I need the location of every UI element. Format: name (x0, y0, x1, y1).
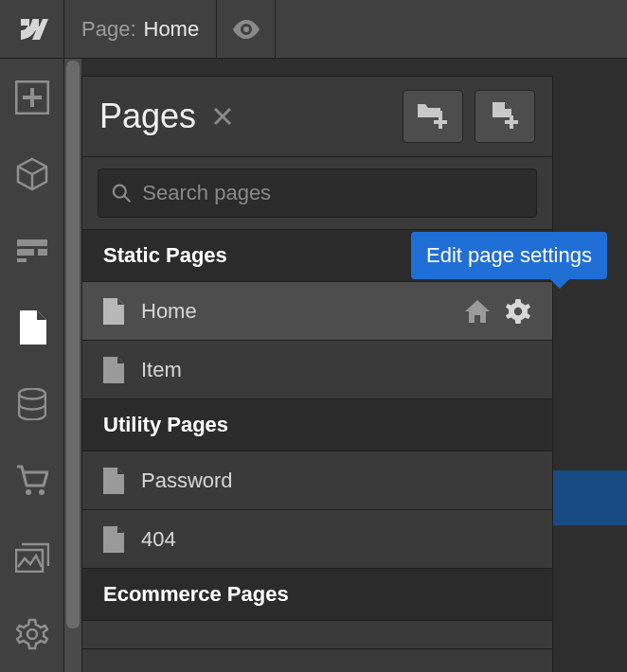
add-icon (15, 80, 49, 115)
search-wrap (82, 157, 552, 230)
sidebar-item-assets[interactable] (0, 519, 63, 595)
home-indicator (465, 300, 490, 323)
section-ecommerce-pages: Ecommerce Pages (82, 569, 552, 621)
webflow-logo[interactable] (0, 0, 64, 58)
page-file-icon (103, 357, 124, 383)
gear-icon (505, 298, 531, 325)
svg-rect-2 (23, 96, 42, 99)
navigator-icon (17, 239, 47, 262)
svg-point-16 (114, 186, 126, 198)
svg-rect-6 (17, 258, 27, 262)
page-file-icon (103, 468, 124, 494)
home-icon (465, 300, 490, 323)
svg-point-17 (514, 307, 522, 314)
page-label: 404 (141, 527, 176, 552)
pages-panel: Pages (81, 76, 553, 672)
search-pages[interactable] (98, 168, 537, 218)
svg-rect-15 (505, 120, 518, 124)
preview-button[interactable] (217, 0, 276, 58)
panel-scrollbar-thumb[interactable] (66, 61, 80, 628)
sidebar-item-pages[interactable] (0, 289, 63, 365)
svg-point-11 (27, 629, 37, 639)
page-label: Password (141, 469, 233, 493)
search-input[interactable] (142, 181, 523, 205)
page-row-item[interactable]: Item (82, 341, 552, 399)
eye-icon (233, 20, 260, 39)
page-label: Item (141, 358, 182, 382)
database-icon (18, 388, 46, 420)
sidebar-item-ecommerce[interactable] (0, 442, 63, 519)
page-file-icon (103, 526, 124, 553)
cart-icon (16, 465, 48, 497)
images-icon (15, 542, 49, 573)
page-selector-label: Page: (81, 17, 136, 42)
sidebar-item-navigator[interactable] (0, 212, 63, 289)
gear-icon (16, 618, 48, 650)
close-panel-button[interactable] (213, 107, 232, 126)
svg-rect-4 (17, 249, 34, 256)
svg-point-8 (26, 489, 31, 495)
webflow-logo-icon (16, 19, 48, 40)
sidebar-item-settings[interactable] (0, 595, 63, 672)
sidebar-item-symbols[interactable] (0, 135, 63, 212)
new-folder-icon (418, 104, 448, 129)
page-selector[interactable]: Page: Home (64, 0, 217, 58)
left-sidebar (0, 59, 64, 672)
edit-page-settings-button[interactable] (505, 298, 531, 325)
svg-point-7 (19, 388, 45, 398)
pages-panel-title: Pages (99, 97, 196, 136)
topbar: Page: Home (0, 0, 627, 59)
sidebar-item-add[interactable] (0, 59, 63, 135)
new-page-icon (491, 102, 519, 131)
section-utility-pages: Utility Pages (82, 399, 552, 451)
page-icon (18, 310, 46, 345)
svg-rect-3 (17, 239, 47, 246)
page-row-404[interactable]: 404 (82, 510, 552, 569)
panel-scrollbar-track[interactable] (64, 59, 81, 672)
pages-panel-header: Pages (82, 77, 552, 157)
svg-rect-5 (38, 249, 47, 256)
page-label: Home (141, 299, 197, 324)
cube-icon (15, 157, 49, 191)
new-page-button[interactable] (475, 90, 535, 143)
canvas-selected-element (551, 470, 627, 525)
page-selector-value: Home (144, 17, 200, 42)
sidebar-item-cms[interactable] (0, 365, 63, 442)
new-folder-button[interactable] (403, 90, 463, 143)
svg-point-9 (39, 489, 45, 495)
tooltip-edit-page-settings: Edit page settings (411, 232, 607, 279)
search-icon (112, 183, 131, 203)
svg-rect-13 (434, 120, 447, 124)
page-file-icon (103, 298, 124, 325)
page-row-password[interactable]: Password (82, 451, 552, 510)
close-icon (213, 107, 232, 126)
page-row-home[interactable]: Home (82, 282, 552, 341)
page-row-empty (82, 621, 552, 649)
